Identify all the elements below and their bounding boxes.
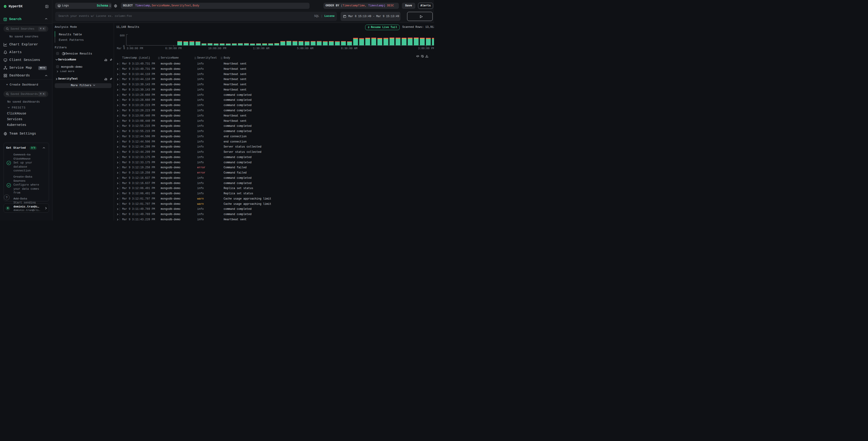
svg-text:8:30:00 AM: 8:30:00 AM xyxy=(341,47,358,50)
svg-text:Mar 8 3:00:00 PM: Mar 8 3:00:00 PM xyxy=(117,47,143,50)
svg-text:?: ? xyxy=(6,196,8,199)
svg-text:600: 600 xyxy=(120,34,125,37)
svg-text:3:00:00 PM: 3:00:00 PM xyxy=(418,47,434,50)
svg-text:10:00:00 PM: 10:00:00 PM xyxy=(208,47,226,50)
svg-text:1:30:00 AM: 1:30:00 AM xyxy=(253,47,270,50)
svg-text:5:00:00 AM: 5:00:00 AM xyxy=(297,47,313,50)
svg-text:6:30:00 PM: 6:30:00 PM xyxy=(165,47,182,50)
